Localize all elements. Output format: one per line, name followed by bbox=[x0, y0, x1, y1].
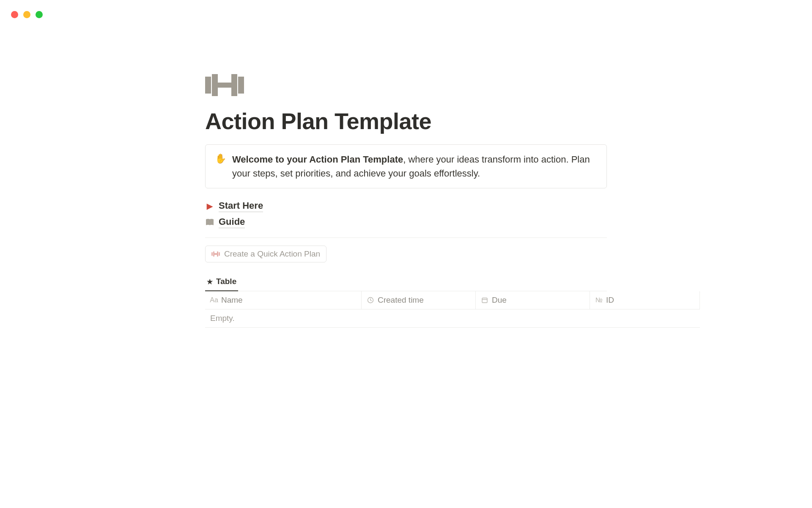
window-traffic-lights bbox=[11, 11, 43, 18]
clock-icon bbox=[367, 297, 374, 304]
view-tabs: ★ Table bbox=[205, 273, 607, 291]
subpage-links: ▶ Start Here Guide bbox=[205, 200, 607, 238]
link-start-here[interactable]: ▶ Start Here bbox=[205, 200, 607, 212]
calendar-icon bbox=[481, 297, 488, 304]
svg-rect-0 bbox=[205, 77, 211, 94]
tab-label: Table bbox=[216, 277, 236, 286]
column-label: Created time bbox=[378, 295, 424, 305]
book-icon bbox=[205, 219, 214, 226]
create-quick-action-plan-button[interactable]: Create a Quick Action Plan bbox=[205, 246, 326, 262]
table-empty-state: Empty. bbox=[205, 309, 700, 328]
link-label: Guide bbox=[219, 216, 245, 228]
svg-rect-1 bbox=[212, 74, 218, 96]
dumbbell-icon bbox=[205, 74, 607, 96]
page-content: Action Plan Template ✋ Welcome to your A… bbox=[205, 0, 607, 328]
svg-rect-4 bbox=[238, 77, 244, 94]
quick-action-row: Create a Quick Action Plan bbox=[205, 238, 607, 262]
window-zoom-dot[interactable] bbox=[36, 11, 43, 18]
column-label: ID bbox=[606, 295, 614, 305]
callout-bold: Welcome to your Action Plan Template bbox=[232, 154, 403, 165]
svg-rect-5 bbox=[211, 252, 213, 256]
svg-rect-2 bbox=[218, 83, 231, 88]
table-header-row: Aa Name Created time Due № ID bbox=[205, 291, 700, 309]
column-header-id[interactable]: № ID bbox=[590, 291, 700, 309]
link-guide[interactable]: Guide bbox=[205, 216, 607, 228]
svg-rect-11 bbox=[482, 298, 487, 303]
column-header-due[interactable]: Due bbox=[476, 291, 590, 309]
page-title: Action Plan Template bbox=[205, 108, 607, 134]
svg-rect-9 bbox=[219, 252, 220, 256]
svg-rect-8 bbox=[217, 251, 218, 257]
play-icon: ▶ bbox=[205, 202, 214, 211]
number-icon: № bbox=[595, 296, 603, 304]
column-label: Name bbox=[221, 295, 243, 305]
database-table: Aa Name Created time Due № ID Empty. bbox=[205, 291, 700, 328]
quick-button-label: Create a Quick Action Plan bbox=[224, 249, 320, 259]
hand-stop-icon: ✋ bbox=[215, 152, 226, 180]
tab-table[interactable]: ★ Table bbox=[205, 273, 238, 291]
star-icon: ★ bbox=[207, 278, 213, 286]
svg-rect-7 bbox=[214, 253, 217, 255]
column-label: Due bbox=[492, 295, 507, 305]
column-header-name[interactable]: Aa Name bbox=[205, 291, 362, 309]
svg-rect-3 bbox=[231, 74, 237, 96]
column-header-created-time[interactable]: Created time bbox=[362, 291, 476, 309]
window-close-dot[interactable] bbox=[11, 11, 18, 18]
callout-text: Welcome to your Action Plan Template, wh… bbox=[232, 152, 597, 180]
svg-rect-6 bbox=[213, 251, 214, 257]
window-minimize-dot[interactable] bbox=[23, 11, 30, 18]
welcome-callout: ✋ Welcome to your Action Plan Template, … bbox=[205, 144, 607, 188]
dumbbell-small-icon bbox=[211, 251, 220, 257]
link-label: Start Here bbox=[219, 200, 263, 212]
text-aa-icon: Aa bbox=[210, 296, 218, 304]
